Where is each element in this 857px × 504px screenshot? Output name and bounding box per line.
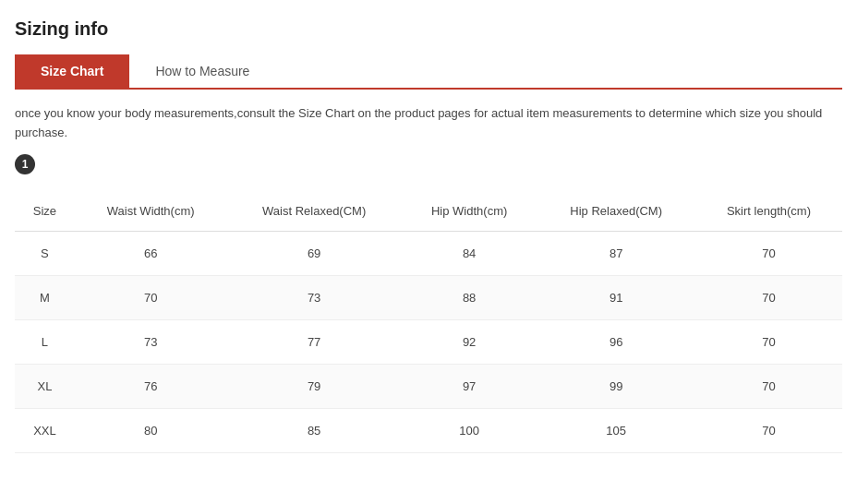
- measurement-cell: 99: [537, 364, 694, 408]
- measurement-cell: 66: [75, 231, 227, 275]
- table-row: M7073889170: [15, 275, 842, 319]
- table-header-cell: Waist Width(cm): [75, 191, 227, 232]
- size-cell: XXL: [15, 408, 75, 452]
- measurement-cell: 91: [537, 275, 694, 319]
- measurement-cell: 70: [695, 231, 842, 275]
- measurement-cell: 70: [695, 319, 842, 364]
- measurement-cell: 100: [402, 408, 537, 452]
- measurement-cell: 87: [537, 231, 694, 275]
- measurement-cell: 70: [695, 408, 842, 452]
- measurement-cell: 84: [402, 231, 537, 275]
- measurement-cell: 96: [537, 319, 694, 364]
- tab-how-to-measure[interactable]: How to Measure: [129, 54, 275, 88]
- page-title: Sizing info: [15, 18, 842, 40]
- table-row: L7377929670: [15, 319, 842, 364]
- measurement-cell: 97: [402, 364, 537, 408]
- description-text: once you know your body measurements,con…: [15, 104, 842, 143]
- measurement-cell: 73: [75, 319, 227, 364]
- size-cell: XL: [15, 364, 75, 408]
- measurement-cell: 76: [75, 364, 227, 408]
- table-header-cell: Hip Width(cm): [402, 191, 537, 232]
- table-row: XL7679979970: [15, 364, 842, 408]
- measurement-cell: 70: [695, 364, 842, 408]
- table-header-cell: Waist Relaxed(CM): [226, 191, 401, 232]
- measurement-cell: 77: [226, 319, 401, 364]
- measurement-cell: 69: [226, 231, 401, 275]
- measurement-cell: 80: [75, 408, 227, 452]
- measurement-cell: 73: [226, 275, 401, 319]
- table-header-cell: Size: [15, 191, 75, 232]
- size-cell: S: [15, 231, 75, 275]
- measurement-cell: 79: [226, 364, 401, 408]
- measurement-cell: 92: [402, 319, 537, 364]
- measurement-cell: 88: [402, 275, 537, 319]
- tab-bar: Size Chart How to Measure: [15, 54, 842, 90]
- measurement-cell: 70: [695, 275, 842, 319]
- measurement-cell: 70: [75, 275, 227, 319]
- size-cell: L: [15, 319, 75, 364]
- table-body: S6669848770M7073889170L7377929670XL76799…: [15, 231, 842, 452]
- measurement-cell: 85: [226, 408, 401, 452]
- table-row: XXL808510010570: [15, 408, 842, 452]
- tab-size-chart[interactable]: Size Chart: [15, 54, 129, 88]
- table-header: SizeWaist Width(cm)Waist Relaxed(CM)Hip …: [15, 191, 842, 232]
- table-header-cell: Skirt length(cm): [695, 191, 842, 232]
- table-row: S6669848770: [15, 231, 842, 275]
- measurement-cell: 105: [537, 408, 694, 452]
- size-table: SizeWaist Width(cm)Waist Relaxed(CM)Hip …: [15, 191, 842, 453]
- step-badge: 1: [15, 154, 35, 174]
- table-header-cell: Hip Relaxed(CM): [537, 191, 694, 232]
- size-cell: M: [15, 275, 75, 319]
